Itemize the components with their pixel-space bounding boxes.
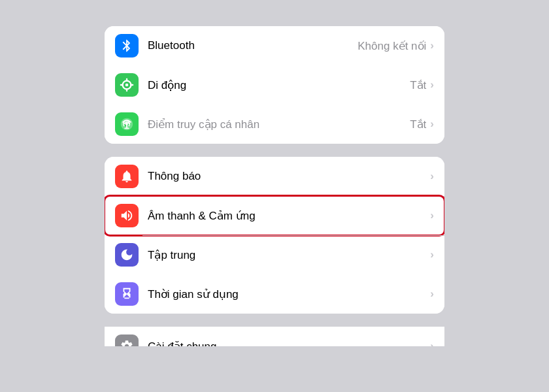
notifications-icon-wrapper [115, 165, 139, 188]
moon-icon [120, 248, 134, 262]
notifications-chevron: › [430, 170, 434, 183]
general-chevron: › [430, 340, 434, 353]
general-label: Cài đặt chung [148, 340, 430, 353]
svg-point-1 [125, 84, 129, 87]
cellular-value: Tắt [410, 78, 426, 92]
general-row[interactable]: Cài đặt chung › [105, 327, 444, 366]
sound-icon-wrapper [115, 204, 139, 227]
general-group: Cài đặt chung › [105, 327, 444, 366]
screentime-label: Thời gian sử dụng [148, 287, 430, 301]
sound-row[interactable]: Âm thanh & Cảm ứng › [105, 196, 444, 235]
bluetooth-icon-wrapper [115, 34, 139, 57]
bluetooth-label: Bluetooth [148, 39, 358, 52]
screentime-row[interactable]: Thời gian sử dụng › [105, 274, 444, 314]
cellular-icon [120, 78, 134, 92]
hotspot-label: Điểm truy cập cá nhân [148, 118, 410, 131]
bluetooth-chevron: › [430, 39, 434, 52]
bluetooth-icon [120, 39, 134, 53]
hotspot-chevron: › [430, 118, 434, 131]
general-icon-wrapper [115, 335, 139, 358]
settings-list: Bluetooth Không kết nối › Di động Tắt › [105, 26, 444, 366]
hourglass-icon [120, 287, 134, 301]
focus-icon-wrapper [115, 243, 139, 267]
cellular-row[interactable]: Di động Tắt › [105, 65, 444, 105]
hotspot-value: Tắt [410, 118, 426, 131]
cellular-label: Di động [148, 78, 410, 92]
focus-row[interactable]: Tập trung › [105, 235, 444, 274]
notifications-row[interactable]: Thông báo › [105, 157, 444, 196]
bell-icon [120, 169, 134, 184]
gear-icon [120, 339, 134, 353]
bluetooth-value: Không kết nối [358, 39, 426, 53]
notifications-label: Thông báo [148, 170, 430, 183]
hotspot-icon [120, 117, 134, 131]
bluetooth-row[interactable]: Bluetooth Không kết nối › [105, 26, 444, 65]
hotspot-icon-wrapper [115, 112, 139, 136]
cellular-chevron: › [430, 78, 434, 91]
sound-label: Âm thanh & Cảm ứng [148, 209, 430, 223]
focus-label: Tập trung [148, 248, 430, 262]
cellular-icon-wrapper [115, 73, 139, 97]
personalization-group: Thông báo › Âm thanh & Cảm ứng › Tập tru… [105, 157, 444, 314]
sound-chevron: › [430, 209, 434, 222]
connectivity-group: Bluetooth Không kết nối › Di động Tắt › [105, 26, 444, 144]
focus-chevron: › [430, 248, 434, 261]
sound-icon [120, 208, 134, 223]
screentime-icon-wrapper [115, 282, 139, 306]
hotspot-row[interactable]: Điểm truy cập cá nhân Tắt › [105, 105, 444, 144]
screentime-chevron: › [430, 287, 434, 301]
